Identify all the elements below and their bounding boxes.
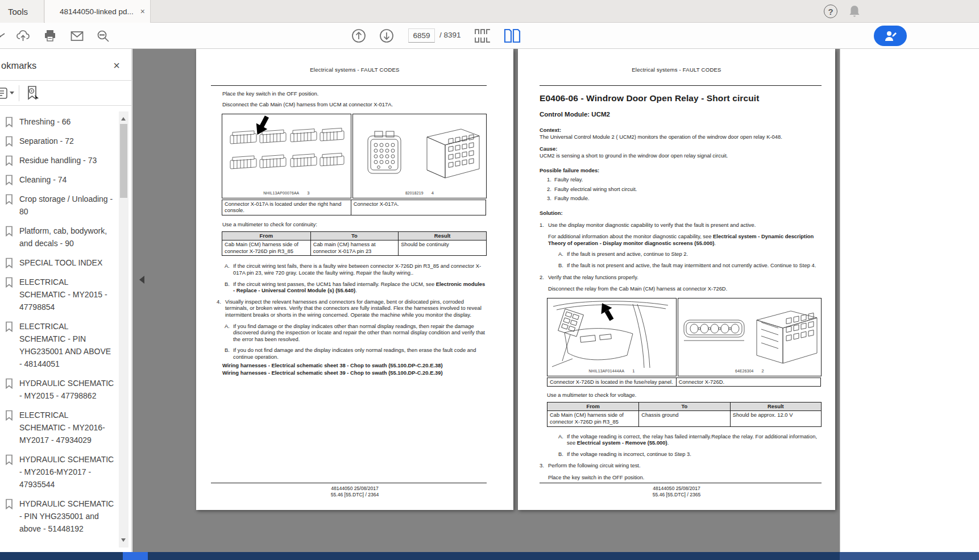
list-text: Faulty module. <box>554 195 590 202</box>
bookmark-item[interactable]: SPECIAL TOOL INDEX <box>5 256 118 269</box>
bookmarks-close-icon[interactable]: × <box>113 59 120 72</box>
control-module-subtitle: Control Module: UCM2 <box>540 111 822 118</box>
bookmark-item[interactable]: Residue handling - 73 <box>5 154 118 167</box>
table-header-to: To <box>638 403 729 411</box>
failure-mode-item: 1.Faulty relay. <box>547 176 822 183</box>
divider <box>540 85 822 86</box>
search-icon[interactable] <box>95 28 111 44</box>
bookmark-icon <box>5 175 13 185</box>
list-item: A.If the voltage reading is correct, the… <box>558 433 822 446</box>
bookmark-item[interactable]: ELECTRICAL SCHEMATIC - MY2015 - 47798854 <box>5 276 118 313</box>
bookmark-label: Threshing - 66 <box>19 115 115 128</box>
collapse-panel-handle[interactable] <box>135 272 144 288</box>
figure-image-connector: 64E263042 <box>678 298 822 376</box>
document-canvas: Electrical systems - FAULT CODES Place t… <box>132 49 840 552</box>
print-icon[interactable] <box>42 28 58 44</box>
list-item: B.If you do not find damage and the disp… <box>225 347 487 360</box>
step-text: Perform the following circuit wiring tes… <box>548 462 641 469</box>
voltage-table: From To Result Cab Main (CM) harness sid… <box>547 402 822 427</box>
page-footer: 48144050 25/08/2017 55.46 [55.DTC] / 236… <box>518 483 835 497</box>
chevron-down-icon[interactable] <box>10 92 14 97</box>
step-item: 4.Visually inspect the relevant harnesse… <box>217 298 487 318</box>
taskbar-right-segment <box>840 552 979 560</box>
page-total-label: / 8391 <box>439 31 461 39</box>
page-number-input[interactable] <box>408 28 435 43</box>
list-marker: B. <box>558 262 567 269</box>
table-cell-to: Chassis ground <box>638 411 729 426</box>
section-label: Solution: <box>540 210 822 217</box>
bookmark-item[interactable]: Cleaning - 74 <box>5 173 118 186</box>
list-text: If the circuit wiring test passes, the U… <box>233 281 487 294</box>
bookmark-item[interactable]: HYDRAULIC SCHEMATIC - MY2016-MY2017 - 47… <box>5 453 118 491</box>
email-icon[interactable] <box>69 28 85 44</box>
section-label: Cause: <box>540 146 822 152</box>
list-marker: B. <box>225 281 233 294</box>
share-person-button[interactable] <box>874 26 907 46</box>
figure-caption: Connector X-017A. <box>351 200 486 215</box>
bookmark-item[interactable]: HYDRAULIC SCHEMATIC - MY2015 - 47798862 <box>5 377 118 402</box>
table-cell-result: Should be continuity <box>398 240 486 255</box>
footer-page-id: 55.46 [55.DTC] / 2364 <box>196 492 513 498</box>
list-text: Faulty electrical wiring short circuit. <box>554 186 637 193</box>
bookmark-item[interactable]: Threshing - 66 <box>5 115 118 128</box>
share-upload-icon[interactable] <box>15 28 31 44</box>
paragraph: UCM2 is sensing a short to ground in the… <box>540 152 822 159</box>
taskbar-active-app-indicator[interactable] <box>123 552 148 560</box>
list-text: Faulty relay. <box>554 176 583 183</box>
bookmark-item[interactable]: Separation - 72 <box>5 135 118 147</box>
fault-code-title: E0406-06 - Windrow Door Open Relay - Sho… <box>540 93 822 103</box>
table-row: Cab Main (CM) harness side of connector … <box>222 240 486 255</box>
table-header-from: From <box>547 403 638 411</box>
help-glyph: ? <box>828 7 833 16</box>
tab-document[interactable]: 48144050-linked pd... × <box>45 0 151 23</box>
bookmark-item[interactable]: ELECTRICAL SCHEMATIC - MY2016-MY2017 - 4… <box>5 409 118 446</box>
figure-image-connector: 820182194 <box>352 114 487 198</box>
figure-ref: 820182194 <box>353 190 486 197</box>
list-text: If the circuit wiring test fails, there … <box>233 263 487 276</box>
footer-page-id: 55.46 [55.DTC] / 2365 <box>518 492 835 498</box>
bookmark-item[interactable]: ELECTRICAL SCHEMATIC - PIN YHG235001 AND… <box>5 320 118 370</box>
help-icon[interactable]: ? <box>824 5 837 18</box>
scrollbar-thumb[interactable] <box>120 124 127 198</box>
step-marker: 3. <box>540 462 548 469</box>
paragraph: Use a multimeter to check for continuity… <box>222 221 487 228</box>
divider <box>211 85 487 86</box>
bookmark-label: ELECTRICAL SCHEMATIC - PIN YHG235001 AND… <box>19 320 115 370</box>
two-page-view-icon[interactable] <box>503 28 522 44</box>
next-page-icon[interactable] <box>379 28 395 44</box>
previous-page-icon[interactable] <box>351 28 367 44</box>
bookmark-item[interactable]: HYDRAULIC SCHEMATIC - PIN YHG235001 and … <box>5 497 118 535</box>
clipped-icon-fragment <box>0 32 6 40</box>
step-item: 1.Use the display monitor diagnostic cap… <box>540 222 822 229</box>
section-label: Possible failure modes: <box>540 167 822 174</box>
table-cell-from: Cab Main (CM) harness side of connector … <box>222 240 310 255</box>
scroll-down-icon[interactable] <box>121 538 126 544</box>
divider <box>540 483 822 483</box>
bookmark-item[interactable]: Crop storage / Unloading - 80 <box>5 193 118 218</box>
main-toolbar: / 8391 <box>0 23 979 49</box>
table-header-result: Result <box>730 403 821 411</box>
paragraph: Place the key switch in the OFF position… <box>222 90 487 97</box>
right-panel <box>840 49 979 552</box>
step-text: Verify that the relay functions properly… <box>548 274 638 281</box>
figure-ref: NHIL13AP00076AA3 <box>222 190 351 197</box>
paragraph: Disconnect the Cab Main (CM) harness fro… <box>222 101 487 108</box>
find-bookmark-icon[interactable] <box>24 85 41 102</box>
list-item: A.If you find damage or the display indi… <box>225 323 487 343</box>
bookmark-label: Crop storage / Unloading - 80 <box>19 193 115 218</box>
bookmarks-scrollbar[interactable] <box>119 111 128 547</box>
notifications-bell-icon[interactable] <box>848 5 861 18</box>
organize-pages-icon[interactable] <box>473 28 492 44</box>
tab-tools[interactable]: Tools <box>0 0 44 23</box>
bookmark-options-icon[interactable] <box>0 86 9 100</box>
list-text: If the voltage reading is incorrect, con… <box>567 451 691 458</box>
failure-mode-item: 2.Faulty electrical wiring short circuit… <box>547 186 822 193</box>
list-item: B.If the fault is not present and active… <box>558 262 822 269</box>
pdf-page-right: Electrical systems - FAULT CODES E0406-0… <box>518 49 835 510</box>
scroll-up-icon[interactable] <box>121 115 126 121</box>
table-cell-to: Cab main (CM) harness at connector X-017… <box>310 240 399 255</box>
callout-arrow <box>596 300 617 322</box>
bookmark-item[interactable]: Platform, cab, bodywork, and decals - 90 <box>5 225 118 250</box>
tab-close-icon[interactable]: × <box>140 7 145 16</box>
divider <box>211 483 487 483</box>
